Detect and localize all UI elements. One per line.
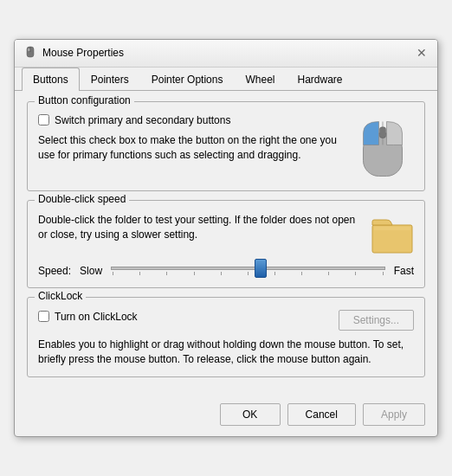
apply-button[interactable]: Apply: [363, 403, 425, 426]
tab-buttons[interactable]: Buttons: [22, 68, 80, 91]
window-title: Mouse Properties: [42, 47, 124, 59]
button-config-inner: Switch primary and secondary buttons Sel…: [38, 114, 414, 180]
speed-label: Speed:: [38, 265, 71, 277]
speed-row: Speed: Slow: [38, 265, 414, 277]
button-config-text: Switch primary and secondary buttons Sel…: [38, 114, 343, 163]
tab-content: Button configuration Switch primary and …: [15, 91, 437, 397]
folder-graphic[interactable]: [371, 213, 414, 256]
clicklock-group: ClickLock Turn on ClickLock Settings... …: [27, 297, 425, 378]
mouse-graphic: [352, 118, 414, 180]
tick: [113, 272, 113, 275]
clicklock-content: Turn on ClickLock Settings... Enables yo…: [38, 310, 414, 367]
tick: [166, 272, 167, 275]
tick: [221, 272, 222, 275]
svg-rect-5: [379, 127, 385, 138]
switch-buttons-row: Switch primary and secondary buttons: [38, 114, 343, 126]
tabs-bar: Buttons Pointers Pointer Options Wheel H…: [15, 68, 437, 91]
slow-label: Slow: [80, 265, 102, 277]
footer: OK Cancel Apply: [15, 396, 437, 436]
button-config-description: Select this check box to make the button…: [38, 133, 343, 163]
switch-buttons-checkbox[interactable]: [38, 114, 49, 125]
tick: [328, 272, 329, 275]
clicklock-label[interactable]: Turn on ClickLock: [55, 311, 138, 323]
svg-rect-7: [374, 227, 410, 230]
slider-ticks: [111, 272, 385, 275]
fast-label: Fast: [394, 265, 414, 277]
double-click-description: Double-click the folder to test your set…: [38, 213, 362, 242]
button-config-group: Button configuration Switch primary and …: [27, 101, 425, 191]
clicklock-settings-button[interactable]: Settings...: [339, 310, 414, 331]
double-click-group: Double-click speed Double-click the fold…: [27, 200, 425, 288]
clicklock-group-label: ClickLock: [35, 290, 86, 302]
tick: [139, 272, 140, 275]
tab-pointers[interactable]: Pointers: [80, 68, 140, 91]
speed-slider[interactable]: [111, 267, 385, 270]
clicklock-checkbox[interactable]: [38, 311, 49, 322]
tab-pointer-options[interactable]: Pointer Options: [140, 68, 235, 91]
button-config-content: Switch primary and secondary buttons Sel…: [38, 114, 414, 180]
tick: [248, 272, 249, 275]
tick: [301, 272, 302, 275]
clicklock-header: Turn on ClickLock Settings...: [38, 310, 414, 331]
button-config-label: Button configuration: [35, 94, 134, 106]
window-icon: [23, 46, 37, 60]
tick: [355, 272, 356, 275]
title-bar: Mouse Properties ✕: [15, 40, 437, 68]
tab-wheel[interactable]: Wheel: [234, 68, 286, 91]
tick: [274, 272, 275, 275]
switch-buttons-label[interactable]: Switch primary and secondary buttons: [55, 114, 230, 126]
ok-button[interactable]: OK: [220, 403, 281, 426]
double-click-label: Double-click speed: [35, 193, 129, 205]
clicklock-row: Turn on ClickLock: [38, 311, 138, 323]
tab-hardware[interactable]: Hardware: [286, 68, 353, 91]
double-click-content: Double-click the folder to test your set…: [38, 213, 414, 277]
tick: [194, 272, 195, 275]
svg-rect-2: [28, 48, 30, 51]
cancel-button[interactable]: Cancel: [287, 403, 356, 426]
title-bar-left: Mouse Properties: [23, 46, 124, 60]
double-click-top: Double-click the folder to test your set…: [38, 213, 414, 256]
close-button[interactable]: ✕: [413, 44, 430, 61]
mouse-properties-window: Mouse Properties ✕ Buttons Pointers Poin…: [14, 39, 438, 438]
clicklock-description: Enables you to highlight or drag without…: [38, 338, 414, 367]
speed-slider-container: [111, 267, 385, 275]
tick: [383, 272, 384, 275]
